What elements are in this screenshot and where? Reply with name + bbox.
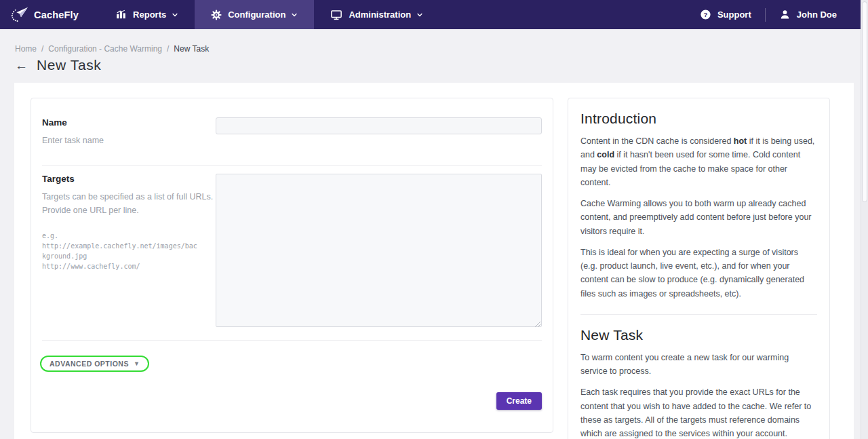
monitor-icon	[330, 9, 342, 21]
support-label: Support	[717, 9, 751, 20]
content-panel: Name Enter task name Targets Targets can…	[14, 83, 854, 439]
targets-helper-line: Provide one URL per line.	[42, 204, 201, 217]
help-section-divider	[580, 314, 817, 315]
back-arrow-icon[interactable]: ←	[15, 59, 28, 72]
page-title-row: ← New Task	[15, 57, 101, 73]
brand-name: CacheFly	[34, 9, 79, 20]
page-title: New Task	[37, 57, 101, 73]
chevron-down-icon	[416, 12, 423, 18]
advanced-options-label: ADVANCED OPTIONS	[50, 360, 129, 368]
support-button[interactable]: ? Support	[686, 9, 765, 20]
targets-helper-text: Targets can be specified as a list of fu…	[42, 191, 201, 217]
targets-helper-line: Targets can be specified as a list of fu…	[42, 191, 201, 204]
task-name-input[interactable]	[216, 117, 542, 134]
form-divider	[42, 340, 542, 341]
brand-logo[interactable]: CacheFly	[0, 0, 90, 29]
create-button[interactable]: Create	[496, 392, 542, 410]
help-paragraph: Each task requires that you provide the …	[580, 385, 817, 439]
scrollbar-thumb[interactable]	[862, 1, 867, 202]
user-icon	[779, 9, 791, 20]
help-paragraph: Cache Warming allows you to both warm up…	[580, 197, 817, 238]
help-paragraph: To warm content you create a new task fo…	[580, 351, 817, 379]
nav-item-administration[interactable]: Administration	[314, 0, 439, 29]
page-scrollbar[interactable]	[861, 0, 868, 439]
nav-item-label: Configuration	[228, 9, 285, 20]
bar-chart-icon	[115, 9, 127, 20]
breadcrumb-item: New Task	[174, 44, 209, 54]
help-section-heading: New Task	[580, 327, 817, 343]
example-url: http://www.cachefly.com/	[42, 261, 198, 271]
breadcrumb-separator: /	[41, 44, 43, 54]
user-name: John Doe	[797, 9, 837, 20]
help-paragraph: This is ideal for when you are expecting…	[580, 246, 817, 301]
caret-down-icon: ▼	[134, 360, 140, 367]
name-field-left: Name Enter task name	[42, 117, 216, 147]
targets-textarea[interactable]	[216, 174, 542, 327]
targets-examples: e.g.http://example.cachefly.net/images/b…	[42, 231, 201, 271]
name-field-control	[216, 117, 542, 147]
top-navbar: CacheFly ReportsConfigurationAdministrat…	[0, 0, 868, 29]
targets-field-left: Targets Targets can be specified as a li…	[42, 174, 216, 330]
nav-item-reports[interactable]: Reports	[99, 0, 195, 29]
targets-field-row: Targets Targets can be specified as a li…	[42, 166, 542, 330]
targets-field-control	[216, 174, 542, 330]
targets-label: Targets	[42, 174, 201, 184]
name-label: Name	[42, 117, 201, 128]
user-menu[interactable]: John Doe	[766, 9, 850, 20]
help-section-heading: Introduction	[580, 111, 817, 127]
breadcrumb: Home/Configuration - Cache Warming/New T…	[15, 44, 209, 54]
chevron-down-icon	[291, 12, 298, 18]
breadcrumb-item[interactable]: Configuration - Cache Warming	[48, 44, 162, 54]
cachefly-logo-icon	[9, 6, 29, 23]
help-circle-icon: ?	[700, 9, 711, 20]
example-label: e.g.	[42, 231, 198, 241]
chevron-down-icon	[172, 12, 178, 18]
nav-item-configuration[interactable]: Configuration	[195, 0, 314, 29]
name-helper-text: Enter task name	[42, 134, 201, 147]
help-paragraph: Content in the CDN cache is considered h…	[580, 134, 817, 189]
nav-item-label: Reports	[133, 9, 166, 20]
breadcrumb-separator: /	[167, 44, 169, 54]
svg-text:?: ?	[704, 11, 708, 18]
main-nav: ReportsConfigurationAdministration	[99, 0, 439, 29]
navbar-right: ? Support John Doe	[686, 0, 868, 29]
example-url: http://example.cachefly.net/images/backg…	[42, 241, 198, 261]
name-field-row: Name Enter task name	[42, 98, 542, 147]
gear-icon	[211, 9, 222, 20]
app-window: CacheFly ReportsConfigurationAdministrat…	[0, 0, 868, 439]
form-actions: Create	[42, 392, 542, 410]
breadcrumb-item[interactable]: Home	[15, 44, 37, 54]
new-task-form-card: Name Enter task name Targets Targets can…	[31, 98, 553, 433]
nav-item-label: Administration	[349, 9, 411, 20]
advanced-options-button[interactable]: ADVANCED OPTIONS ▼	[40, 356, 149, 372]
help-panel: IntroductionContent in the CDN cache is …	[568, 98, 830, 439]
